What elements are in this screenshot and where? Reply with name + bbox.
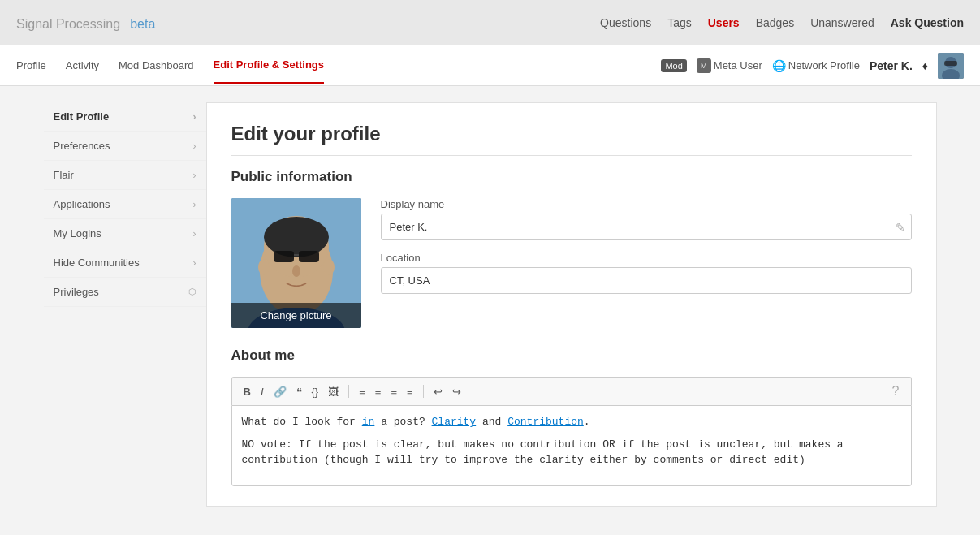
toolbar-align-left-button[interactable]: ≡ bbox=[387, 384, 400, 399]
about-line-2: NO vote: If the post is clear, but makes… bbox=[242, 437, 901, 468]
toolbar-help-button[interactable]: ? bbox=[889, 382, 903, 400]
second-navigation: Profile Activity Mod Dashboard Edit Prof… bbox=[0, 45, 980, 86]
toolbar-code-button[interactable]: {} bbox=[309, 384, 322, 399]
svg-rect-8 bbox=[274, 251, 294, 262]
sidebar: Edit Profile › Preferences › Flair › App… bbox=[44, 102, 206, 507]
edit-profile-content: Edit your profile Public information bbox=[206, 102, 937, 507]
about-me-section: About me B I 🔗 ❝ {} 🖼 ≡ ≡ ≡ ≡ ↩ bbox=[231, 347, 912, 486]
location-group: Location bbox=[381, 252, 912, 294]
public-info-section-title: Public information bbox=[231, 169, 912, 185]
toolbar-undo-button[interactable]: ↩ bbox=[430, 384, 446, 399]
sidebar-item-hide-communities[interactable]: Hide Communities › bbox=[44, 248, 206, 278]
user-name: Peter K. bbox=[870, 59, 913, 72]
toolbar-link-button[interactable]: 🔗 bbox=[270, 384, 290, 399]
about-me-title: About me bbox=[231, 347, 912, 364]
nav-tags[interactable]: Tags bbox=[667, 16, 692, 29]
site-name-text: Signal Processing bbox=[16, 17, 120, 31]
sidebar-label-edit-profile: Edit Profile bbox=[54, 110, 110, 123]
network-icon: 🌐 bbox=[772, 59, 786, 72]
toolbar-separator-2 bbox=[423, 385, 424, 398]
nav-users[interactable]: Users bbox=[708, 16, 740, 29]
tab-profile[interactable]: Profile bbox=[16, 48, 46, 83]
sidebar-label-applications: Applications bbox=[54, 198, 110, 210]
svg-point-11 bbox=[292, 265, 300, 277]
sidebar-item-applications[interactable]: Applications › bbox=[44, 190, 206, 219]
link-contribution: Contribution bbox=[507, 416, 584, 428]
public-info-section: Change picture Display name ✎ Location bbox=[231, 198, 912, 328]
tab-mod-dashboard[interactable]: Mod Dashboard bbox=[119, 48, 194, 83]
toolbar-image-button[interactable]: 🖼 bbox=[325, 384, 342, 399]
sidebar-label-my-logins: My Logins bbox=[54, 227, 101, 239]
nav-ask-question[interactable]: Ask Question bbox=[891, 16, 964, 29]
meta-icon: M bbox=[697, 58, 711, 73]
location-label: Location bbox=[381, 252, 912, 264]
display-name-group: Display name ✎ bbox=[381, 198, 912, 240]
page-title: Edit your profile bbox=[231, 123, 912, 156]
site-title: Signal Processing beta bbox=[16, 12, 155, 33]
chevron-right-icon: › bbox=[193, 111, 196, 123]
sidebar-label-flair: Flair bbox=[54, 169, 74, 181]
toolbar-redo-button[interactable]: ↪ bbox=[449, 384, 464, 399]
toolbar-blockquote-button[interactable]: ❝ bbox=[293, 384, 305, 399]
mod-link[interactable]: Mod bbox=[661, 59, 686, 71]
editor-container: B I 🔗 ❝ {} 🖼 ≡ ≡ ≡ ≡ ↩ ↪ ? bbox=[231, 377, 912, 486]
sidebar-label-hide-communities: Hide Communities bbox=[54, 257, 140, 269]
toolbar-ordered-list-button[interactable]: ≡ bbox=[356, 384, 369, 399]
toolbar-italic-button[interactable]: I bbox=[257, 384, 267, 399]
avatar-section: Change picture bbox=[231, 198, 361, 328]
top-nav-links: Questions Tags Users Badges Unanswered A… bbox=[600, 16, 964, 29]
chevron-right-icon: › bbox=[193, 228, 196, 239]
tab-activity[interactable]: Activity bbox=[66, 48, 99, 83]
meta-user-link[interactable]: M Meta User bbox=[697, 58, 762, 73]
toolbar-separator-1 bbox=[348, 385, 349, 398]
editor-body: What do I look for in a post? Clarity an… bbox=[231, 405, 912, 486]
svg-rect-3 bbox=[944, 61, 957, 66]
user-meta-links: Mod M Meta User 🌐 Network Profile Peter … bbox=[661, 53, 964, 79]
mod-badge: Mod bbox=[661, 59, 686, 72]
svg-point-7 bbox=[264, 217, 329, 257]
editor-toolbar: B I 🔗 ❝ {} 🖼 ≡ ≡ ≡ ≡ ↩ ↪ ? bbox=[231, 377, 912, 405]
sidebar-label-privileges: Privileges bbox=[54, 286, 99, 298]
toolbar-bold-button[interactable]: B bbox=[240, 384, 254, 399]
top-navigation: Signal Processing beta Questions Tags Us… bbox=[0, 0, 980, 45]
sidebar-item-edit-profile[interactable]: Edit Profile › bbox=[44, 102, 206, 132]
chevron-right-icon: › bbox=[193, 170, 196, 181]
nav-unanswered[interactable]: Unanswered bbox=[810, 16, 874, 29]
meta-user-label: Meta User bbox=[714, 59, 762, 71]
profile-picture: Change picture bbox=[231, 198, 361, 328]
chevron-right-icon: › bbox=[193, 199, 196, 210]
network-profile-label: Network Profile bbox=[788, 59, 860, 71]
sidebar-item-my-logins[interactable]: My Logins › bbox=[44, 219, 206, 248]
profile-form-fields: Display name ✎ Location bbox=[381, 198, 912, 328]
display-name-input-wrapper: ✎ bbox=[381, 214, 912, 240]
about-line-1: What do I look for in a post? Clarity an… bbox=[242, 414, 901, 430]
external-link-icon: ⬡ bbox=[188, 287, 196, 297]
svg-rect-9 bbox=[299, 251, 319, 262]
toolbar-unordered-list-button[interactable]: ≡ bbox=[372, 384, 385, 399]
main-container: Edit Profile › Preferences › Flair › App… bbox=[44, 102, 937, 507]
editor-content[interactable]: What do I look for in a post? Clarity an… bbox=[232, 406, 911, 483]
display-name-input[interactable] bbox=[381, 214, 912, 240]
site-beta-label: beta bbox=[130, 17, 155, 31]
chevron-right-icon: › bbox=[193, 140, 196, 152]
link-in: in bbox=[362, 416, 375, 428]
nav-questions[interactable]: Questions bbox=[600, 16, 651, 29]
sidebar-item-flair[interactable]: Flair › bbox=[44, 161, 206, 190]
tab-edit-profile-settings[interactable]: Edit Profile & Settings bbox=[214, 47, 325, 84]
display-name-label: Display name bbox=[381, 198, 912, 210]
location-input[interactable] bbox=[381, 267, 912, 294]
svg-point-13 bbox=[323, 259, 335, 275]
network-profile-link[interactable]: 🌐 Network Profile bbox=[772, 59, 860, 72]
profile-tabs: Profile Activity Mod Dashboard Edit Prof… bbox=[16, 47, 661, 84]
edit-icon: ✎ bbox=[896, 221, 905, 234]
link-clarity: Clarity bbox=[432, 416, 477, 428]
sidebar-item-preferences[interactable]: Preferences › bbox=[44, 132, 206, 161]
user-avatar[interactable] bbox=[938, 53, 964, 79]
change-picture-button[interactable]: Change picture bbox=[231, 303, 361, 328]
toolbar-rule-button[interactable]: ≡ bbox=[404, 384, 417, 399]
nav-badges[interactable]: Badges bbox=[756, 16, 794, 29]
sidebar-item-privileges[interactable]: Privileges ⬡ bbox=[44, 278, 206, 307]
sidebar-label-preferences: Preferences bbox=[54, 140, 110, 152]
diamond-icon: ♦ bbox=[922, 59, 928, 72]
svg-point-12 bbox=[258, 259, 270, 275]
